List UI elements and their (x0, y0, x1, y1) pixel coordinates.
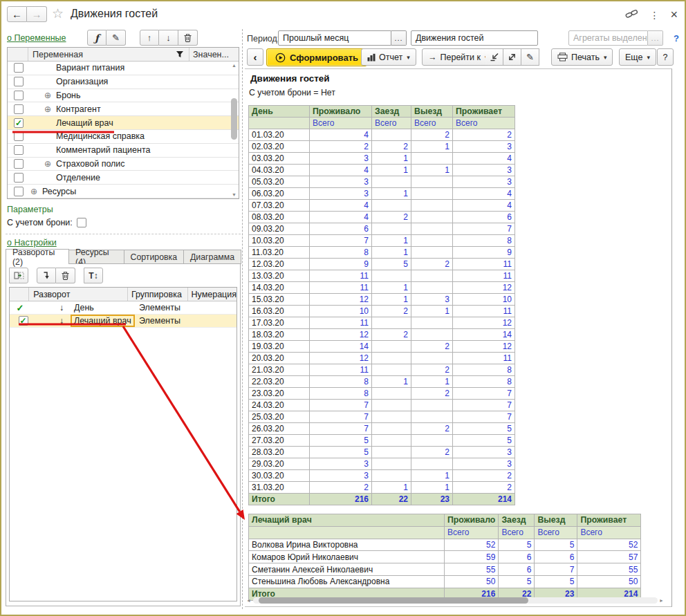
edit-button[interactable]: ✎ (106, 30, 126, 46)
value-cell[interactable]: 7 (310, 400, 372, 411)
period-ellipsis-button[interactable]: ... (391, 30, 407, 46)
variables-scrollbar[interactable]: ▲ ▼ (230, 62, 238, 198)
value-cell[interactable]: 3 (310, 458, 372, 470)
value-cell[interactable]: 4 (453, 188, 515, 200)
collapse-panel-button[interactable]: ‹ (247, 48, 263, 66)
header-value-column[interactable]: Значен... (189, 48, 239, 61)
row-label-cell[interactable]: 21.03.20 (249, 364, 310, 376)
row-label-cell[interactable]: 24.03.20 (249, 400, 310, 411)
value-cell[interactable]: 3 (310, 176, 372, 188)
row-label-cell[interactable]: 26.03.20 (249, 423, 310, 435)
value-cell[interactable]: 1 (372, 247, 411, 259)
row-label-cell[interactable]: 25.03.20 (249, 411, 310, 423)
variables-link[interactable]: о Переменные (7, 33, 66, 43)
row-label-cell[interactable]: 10.03.20 (249, 235, 310, 247)
variable-checkbox[interactable] (14, 173, 24, 183)
variable-row[interactable]: ✓Лечащий врач (8, 116, 239, 130)
value-cell[interactable] (372, 400, 411, 411)
header-expansion[interactable]: Разворот (29, 288, 128, 301)
value-cell[interactable]: 52 (577, 539, 641, 551)
value-cell[interactable] (411, 282, 453, 294)
filter-help-link[interactable]: ? (674, 33, 679, 44)
row-label-cell[interactable]: 13.03.20 (249, 270, 310, 282)
value-cell[interactable]: 12 (310, 294, 372, 306)
value-cell[interactable]: 11 (310, 364, 372, 376)
value-cell[interactable]: 1 (372, 282, 411, 294)
move-up-button[interactable]: ↑ (140, 30, 159, 46)
value-cell[interactable]: 11 (453, 259, 515, 270)
variable-checkbox[interactable] (14, 187, 24, 196)
value-cell[interactable]: 50 (577, 575, 641, 588)
tab-диаграмма[interactable]: Диаграмма (183, 250, 241, 264)
column-header[interactable]: Проживает (577, 514, 641, 527)
print-menu-button[interactable]: Печать▾ (551, 48, 613, 66)
value-cell[interactable]: 1 (372, 482, 411, 494)
row-label-cell[interactable]: 03.03.20 (249, 153, 310, 165)
expand-node-icon[interactable]: ⊕ (44, 91, 56, 100)
value-cell[interactable] (411, 176, 453, 188)
value-cell[interactable]: 6 (310, 223, 372, 235)
value-cell[interactable]: 11 (310, 270, 372, 282)
row-label-cell[interactable]: 09.03.20 (249, 223, 310, 235)
value-cell[interactable]: 1 (411, 470, 453, 482)
value-cell[interactable] (372, 176, 411, 188)
total-value-cell[interactable]: 23 (411, 494, 453, 505)
value-cell[interactable]: 2 (453, 129, 515, 141)
value-cell[interactable] (372, 270, 411, 282)
value-cell[interactable]: 57 (577, 551, 641, 563)
tab-развороты-2-[interactable]: Развороты (2) (6, 249, 69, 264)
value-cell[interactable]: 3 (453, 447, 515, 458)
value-cell[interactable]: 1 (372, 294, 411, 306)
header-grouping[interactable]: Группировка (128, 288, 188, 301)
variable-row[interactable]: Медицинская справка (8, 130, 239, 144)
value-cell[interactable] (411, 400, 453, 411)
more-menu-button[interactable]: Еще▾ (619, 48, 656, 66)
value-cell[interactable]: 11 (453, 306, 515, 317)
value-cell[interactable]: 55 (445, 563, 499, 576)
value-cell[interactable] (372, 423, 411, 435)
value-cell[interactable]: 9 (453, 247, 515, 259)
value-cell[interactable]: 4 (310, 165, 372, 176)
value-cell[interactable]: 4 (310, 129, 372, 141)
delete-button[interactable] (178, 30, 198, 46)
value-cell[interactable]: 11 (453, 270, 515, 282)
header-numbering[interactable]: Нумерация (188, 290, 237, 299)
nav-forward-button[interactable]: → (27, 6, 47, 22)
value-cell[interactable] (372, 317, 411, 329)
row-label-cell[interactable]: 19.03.20 (249, 341, 310, 353)
value-cell[interactable]: 3 (411, 294, 453, 306)
value-cell[interactable]: 50 (445, 575, 499, 588)
value-cell[interactable] (411, 411, 453, 423)
variable-row[interactable]: Отделение (8, 171, 239, 185)
formula-button[interactable]: ƒ (87, 30, 106, 46)
value-cell[interactable] (372, 223, 411, 235)
value-cell[interactable]: 1 (411, 306, 453, 317)
delete-row-button[interactable] (56, 268, 75, 283)
goto-menu-button[interactable]: → Перейти к▾ (422, 48, 494, 66)
value-cell[interactable]: 5 (453, 423, 515, 435)
value-cell[interactable]: 1 (372, 376, 411, 388)
value-cell[interactable]: 1 (411, 376, 453, 388)
row-label-cell[interactable]: 15.03.20 (249, 294, 310, 306)
value-cell[interactable]: 11 (310, 282, 372, 294)
variable-checkbox[interactable] (14, 91, 24, 100)
value-cell[interactable] (411, 458, 453, 470)
scrollbar-thumb[interactable] (231, 98, 237, 140)
expansion-row[interactable]: ✓↓ДеньЭлементы (10, 301, 237, 315)
variable-row[interactable]: Комментарий пациента (8, 144, 239, 158)
variable-checkbox[interactable] (14, 77, 24, 86)
row-label-cell[interactable]: 05.03.20 (249, 176, 310, 188)
value-cell[interactable]: 3 (310, 188, 372, 200)
variable-row[interactable]: ⊕Страховой полис (8, 158, 239, 171)
row-label-cell[interactable]: 29.03.20 (249, 458, 310, 470)
value-cell[interactable]: 3 (310, 153, 372, 165)
value-cell[interactable] (411, 329, 453, 341)
column-header[interactable]: Выезд (411, 106, 453, 118)
value-cell[interactable] (372, 364, 411, 376)
value-cell[interactable]: 2 (411, 388, 453, 400)
panel-splitter[interactable] (242, 29, 243, 609)
variable-checkbox[interactable] (14, 159, 24, 169)
value-cell[interactable]: 7 (453, 223, 515, 235)
subheader-cell[interactable]: Всего (445, 526, 499, 539)
value-cell[interactable]: 4 (310, 212, 372, 223)
